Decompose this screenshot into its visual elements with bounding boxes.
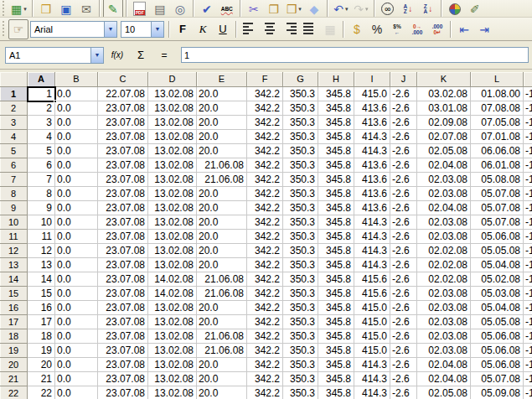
cell-E14[interactable]: 21.06.08 [197,272,247,287]
cell-E1[interactable]: 20.0 [197,87,247,101]
cell-K19[interactable]: 02.03.08 [417,344,471,358]
merge-cells-button[interactable]: ▦ [320,19,340,39]
cell-K11[interactable]: 02.03.08 [417,230,471,244]
cell-F10[interactable]: 342.2 [247,215,283,230]
bold-button[interactable]: F [173,19,193,39]
cell-B18[interactable]: 0.0 [55,329,98,344]
cell-B5[interactable]: 0.0 [55,144,98,158]
cell-C17[interactable]: 23.07.08 [98,315,148,329]
cell-I19[interactable]: 415.0 [354,344,390,358]
cell-K12[interactable]: 02.02.08 [417,244,471,258]
row-header-9[interactable]: 9 [0,201,28,215]
cell-I4[interactable]: 414.3 [354,130,390,144]
cell-D15[interactable]: 14.02.08 [148,287,197,301]
cell-B6[interactable]: 0.0 [55,158,98,173]
sort-ascending-button[interactable]: AZ↓ [398,0,418,18]
cell-A19[interactable]: 19 [28,344,55,358]
font-size-combo[interactable]: 10 ▼ [121,21,164,38]
cell-F1[interactable]: 342.2 [247,87,283,101]
cell-J16[interactable]: -2.6 [390,301,417,315]
cell-C16[interactable]: 23.07.08 [98,301,148,315]
percent-format-button[interactable]: % [367,19,387,39]
cell-C19[interactable]: 23.07.08 [98,344,148,358]
chevron-down-icon[interactable]: ▼ [90,48,103,63]
sum-button[interactable]: Σ [131,47,151,64]
standard-format-button[interactable]: $%← [387,19,407,39]
row-header-3[interactable]: 3 [0,116,28,130]
cell-H17[interactable]: 345.8 [318,315,354,329]
cell-H3[interactable]: 345.8 [318,116,354,130]
cell-K14[interactable]: 02.02.08 [417,272,471,287]
spellcheck-button[interactable]: ✔ [197,0,217,18]
row-header-7[interactable]: 7 [0,173,28,187]
cell-D10[interactable]: 13.02.08 [148,215,197,230]
cell-D1[interactable]: 13.02.08 [148,87,197,101]
chevron-down-icon[interactable]: ▼ [151,22,163,37]
cell-D6[interactable]: 13.02.08 [148,158,197,173]
cell-H20[interactable]: 345.8 [318,358,354,372]
cell-G14[interactable]: 350.3 [283,272,318,287]
cell-F16[interactable]: 342.2 [247,301,283,315]
cell-E13[interactable]: 20.0 [197,258,247,272]
cell-K10[interactable]: 02.03.08 [417,215,471,230]
cell-G18[interactable]: 350.3 [283,329,318,344]
cell-G8[interactable]: 350.3 [283,187,318,201]
cell-L22[interactable]: 05.09.08 [471,386,524,399]
cell-C2[interactable]: 23.07.08 [98,101,148,116]
chevron-down-icon[interactable]: ▾ [345,6,349,13]
cell-F13[interactable]: 342.2 [247,258,283,272]
cell-L12[interactable]: 05.05.08 [471,244,524,258]
cell-G15[interactable]: 350.3 [283,287,318,301]
currency-format-button[interactable]: $ [347,19,367,39]
cell-D16[interactable]: 13.02.08 [148,301,197,315]
cell-M20[interactable]: -12 [524,358,532,372]
cell-A16[interactable]: 16 [28,301,55,315]
cell-J7[interactable]: -2.6 [390,173,417,187]
cell-M3[interactable]: -12 [524,116,532,130]
cell-L6[interactable]: 06.01.08 [471,158,524,173]
chevron-down-icon[interactable]: ▾ [23,6,27,13]
cell-L19[interactable]: 05.06.08 [471,344,524,358]
equals-button[interactable]: = [154,47,174,64]
cell-K15[interactable]: 02.03.08 [417,287,471,301]
cell-G21[interactable]: 350.3 [283,372,318,386]
cell-B17[interactable]: 0.0 [55,315,98,329]
cell-J14[interactable]: -2.6 [390,272,417,287]
cell-G4[interactable]: 350.3 [283,130,318,144]
cell-J5[interactable]: -2.6 [390,144,417,158]
underline-button[interactable]: U [213,19,233,39]
cell-K17[interactable]: 02.03.08 [417,315,471,329]
gallery-button[interactable] [445,0,465,18]
open-folder-button[interactable]: ❒ [36,0,56,18]
align-left-button[interactable] [240,19,260,39]
select-all-corner[interactable] [0,72,28,87]
row-header-14[interactable]: 14 [0,272,28,287]
cell-B22[interactable]: 0.0 [55,386,98,399]
decrease-indent-button[interactable]: ⇤ [454,19,474,39]
cell-B1[interactable]: 0.0 [55,87,98,101]
cell-L7[interactable]: 05.08.08 [471,173,524,187]
cell-G1[interactable]: 350.3 [283,87,318,101]
cell-H4[interactable]: 345.8 [318,130,354,144]
new-spreadsheet-button[interactable]: ▦▾ [8,0,29,18]
cell-M11[interactable]: -12 [524,230,532,244]
cell-H21[interactable]: 345.8 [318,372,354,386]
cell-G12[interactable]: 350.3 [283,244,318,258]
cell-E19[interactable]: 21.06.08 [197,344,247,358]
cell-J20[interactable]: -2.6 [390,358,417,372]
cell-C8[interactable]: 23.07.08 [98,187,148,201]
cell-B15[interactable]: 0.0 [55,287,98,301]
cell-H11[interactable]: 345.8 [318,230,354,244]
cell-C1[interactable]: 22.07.08 [98,87,148,101]
cell-A21[interactable]: 21 [28,372,55,386]
cell-J1[interactable]: -2.6 [390,87,417,101]
cell-K9[interactable]: 02.04.08 [417,201,471,215]
cell-C12[interactable]: 23.07.08 [98,244,148,258]
cell-M19[interactable]: -12 [524,344,532,358]
increase-indent-button[interactable]: ⇥ [474,19,494,39]
cell-D17[interactable]: 13.02.08 [148,315,197,329]
hyperlink-button[interactable]: ∞ [378,0,398,18]
cell-K4[interactable]: 02.07.08 [417,130,471,144]
cell-E20[interactable]: 20.0 [197,358,247,372]
cell-G17[interactable]: 350.3 [283,315,318,329]
